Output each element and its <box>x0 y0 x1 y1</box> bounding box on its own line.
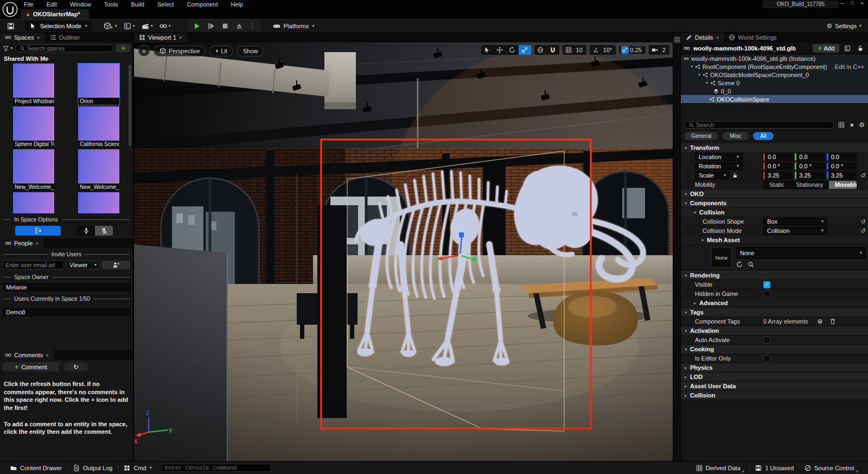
maximize-button[interactable]: □ <box>851 1 853 6</box>
role-dropdown[interactable]: Viewer▾ <box>66 261 100 269</box>
space-tile[interactable] <box>13 192 54 213</box>
menu-tools[interactable]: Tools <box>104 1 118 8</box>
tree-row-rootcomponent[interactable]: ▾ RootComponent (RootSpaceEntityComponen… <box>681 62 868 71</box>
display-options-icon[interactable] <box>838 122 845 128</box>
expander-icon[interactable]: ▾ <box>698 72 700 77</box>
blueprint-button[interactable] <box>843 44 852 53</box>
section-collision[interactable]: ▾Collision <box>681 208 868 217</box>
add-actor-button[interactable]: +▾ <box>101 21 120 31</box>
close-icon[interactable]: × <box>716 35 719 41</box>
mobility-static[interactable]: Static <box>763 181 790 189</box>
close-icon[interactable]: × <box>179 35 182 41</box>
section-oko[interactable]: ▾OKO <box>681 189 868 199</box>
close-button[interactable]: × <box>861 1 864 6</box>
derived-data-button[interactable]: Derived Data ◢ <box>691 462 750 474</box>
leave-space-button[interactable] <box>15 226 61 236</box>
space-tile[interactable]: Project Whizbang <box>13 64 54 105</box>
search-spaces-field[interactable] <box>15 45 113 52</box>
tab-level-okostartermap[interactable]: ▲ OKOStarterMap* <box>21 9 89 19</box>
world-coordinate-button[interactable] <box>534 45 547 55</box>
rotation-snap-button[interactable]: ∠ <box>590 45 602 55</box>
section-mesh-asset[interactable]: ▾Mesh Asset <box>681 236 868 245</box>
scale-dropdown[interactable]: Scale▾ <box>695 172 730 179</box>
tab-world-settings[interactable]: World Settings <box>724 33 781 42</box>
space-tile-selected[interactable]: Orion <box>78 64 119 105</box>
surface-snap-button[interactable] <box>547 45 559 55</box>
rotation-y-field[interactable]: 0.0 ° <box>795 162 825 170</box>
step-button[interactable] <box>207 22 215 30</box>
section-transform[interactable]: ▾Transform <box>681 143 868 153</box>
reset-to-default-button[interactable]: ↺ <box>858 218 868 225</box>
stop-button[interactable] <box>221 22 229 30</box>
filter-misc[interactable]: Misc <box>723 132 749 140</box>
close-icon[interactable]: × <box>37 35 40 41</box>
rotate-tool-button[interactable] <box>506 45 519 55</box>
mobility-stationary[interactable]: Stationary <box>790 181 829 189</box>
add-space-button[interactable]: + <box>116 44 130 52</box>
viewport-scene[interactable]: Z Y X <box>134 42 673 461</box>
location-y-field[interactable]: 0.0 <box>795 153 825 161</box>
rotation-z-field[interactable]: 0.0 ° <box>827 162 857 170</box>
move-tool-button[interactable] <box>494 45 506 55</box>
section-rendering[interactable]: ▾Rendering <box>681 271 868 280</box>
console-command-input[interactable] <box>162 464 271 472</box>
tree-row-staticmodel[interactable]: ▾ OKOStaticModelSpaceComponent_0 <box>681 71 868 79</box>
tree-row-0-0[interactable]: 0_0 <box>681 87 868 95</box>
lock-button[interactable] <box>856 44 865 53</box>
expander-icon[interactable]: ▾ <box>706 80 708 85</box>
section-components[interactable]: ▾Components <box>681 199 868 208</box>
mic-mute-button[interactable] <box>95 226 113 236</box>
trash-icon[interactable] <box>829 318 836 325</box>
gear-icon[interactable]: ⚙ <box>859 121 865 129</box>
use-selected-asset-icon[interactable] <box>736 261 743 268</box>
section-activation[interactable]: ▾Activation <box>681 326 868 336</box>
scale-y-field[interactable]: 3.25 <box>795 172 825 179</box>
camera-speed-button[interactable] <box>649 45 661 55</box>
menu-build[interactable]: Build <box>131 1 144 8</box>
source-control-button[interactable]: Source Control ◢ <box>799 462 863 474</box>
location-x-field[interactable]: 0.0 <box>763 153 793 161</box>
grid-snap-button[interactable] <box>563 45 575 55</box>
rotation-x-field[interactable]: 0.0 ° <box>763 162 793 170</box>
tab-details[interactable]: Details × <box>681 33 724 42</box>
mobility-movable[interactable]: Movable <box>829 181 857 189</box>
cinematics-button[interactable]: ▾ <box>139 21 156 31</box>
content-drawer-button[interactable]: Content Drawer <box>5 462 67 474</box>
selection-mode-dropdown[interactable]: Selection Mode ▾ <box>25 21 92 31</box>
close-icon[interactable]: × <box>35 241 39 247</box>
auto-activate-checkbox[interactable] <box>763 337 770 344</box>
menu-edit[interactable]: Edit <box>47 1 57 8</box>
viewport-canvas[interactable]: Z Y X ≡ Perspective <box>134 42 673 461</box>
select-tool-button[interactable] <box>481 45 494 55</box>
section-collision-2[interactable]: ▸Collision <box>681 391 868 400</box>
tab-people[interactable]: People × <box>0 238 43 248</box>
favorites-icon[interactable]: ★ <box>849 122 854 129</box>
section-advanced[interactable]: ▸Advanced <box>681 299 868 308</box>
visible-checkbox[interactable]: ✓ <box>763 281 770 288</box>
mic-on-button[interactable] <box>77 226 95 236</box>
minimize-button[interactable]: ─ <box>840 1 844 6</box>
unreal-logo-icon[interactable] <box>2 1 18 18</box>
link-button[interactable]: ▾ <box>157 21 174 31</box>
is-editor-only-checkbox[interactable] <box>763 355 770 362</box>
play-button[interactable] <box>193 22 201 30</box>
tab-comments[interactable]: Comments × <box>0 350 54 360</box>
output-log-button[interactable]: Output Log <box>68 462 118 474</box>
scale-x-field[interactable]: 3.25 <box>763 172 793 179</box>
collision-shape-dropdown[interactable]: Box▾ <box>763 218 827 225</box>
section-lod[interactable]: ▸LOD <box>681 372 868 382</box>
browse-asset-icon[interactable] <box>748 261 754 268</box>
refresh-comments-button[interactable]: ↻ <box>63 362 88 371</box>
space-tile[interactable]: Sphere Digital Twin <box>13 106 54 148</box>
settings-dropdown[interactable]: ⚙ Settings ▾ <box>826 22 861 30</box>
mesh-asset-thumbnail[interactable]: None <box>711 247 732 268</box>
space-tile[interactable]: California Science... <box>78 106 119 148</box>
cmd-dropdown[interactable]: Cmd ▾ <box>118 462 157 474</box>
viewport-options-button[interactable]: ≡ <box>138 45 150 56</box>
spaces-scrollbar[interactable] <box>129 65 131 146</box>
content-browser-strip-icon[interactable] <box>674 36 680 43</box>
menu-help[interactable]: Help <box>231 1 243 8</box>
section-physics[interactable]: ▸Physics <box>681 363 868 372</box>
camera-speed-value[interactable]: 2 <box>661 47 669 53</box>
play-options-kebab-icon[interactable]: ⋮ <box>250 22 256 29</box>
